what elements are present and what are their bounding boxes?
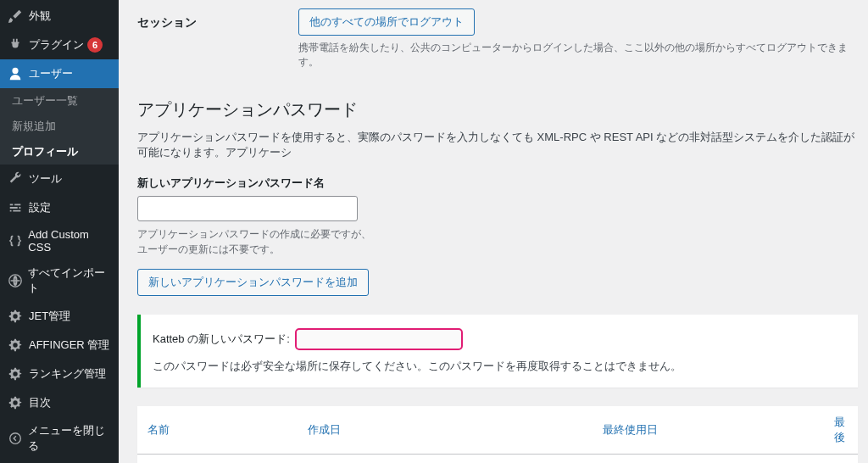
menu-users-submenu: ユーザー一覧 新規追加 プロフィール <box>0 88 119 165</box>
globe-icon <box>7 272 23 289</box>
main-content: セッション 他のすべての場所でログアウト 携帯電話を紛失したり、公共のコンピュー… <box>119 0 868 463</box>
th-last-ip[interactable]: 最後 <box>824 406 858 455</box>
cell-last-ip: — <box>824 455 858 464</box>
new-password-result: Katteb の新しいパスワード: このパスワードは必ず安全な場所に保存してくだ… <box>137 315 858 388</box>
menu-label: Add Custom CSS <box>28 228 112 254</box>
menu-collapse[interactable]: メニューを閉じる <box>0 417 119 460</box>
menu-label: 外観 <box>29 8 51 24</box>
braces-icon <box>7 232 23 249</box>
app-passwords-heading: アプリケーションパスワード <box>137 98 858 121</box>
new-password-note: このパスワードは必ず安全な場所に保存してください。このパスワードを再度取得するこ… <box>153 359 846 374</box>
gear-icon <box>7 365 24 382</box>
new-app-pw-name-label: 新しいアプリケーションパスワード名 <box>137 176 858 191</box>
menu-toc[interactable]: 目次 <box>0 388 119 417</box>
menu-label: JET管理 <box>29 309 70 324</box>
brush-icon <box>7 8 24 25</box>
gear-icon <box>7 308 24 325</box>
logout-everywhere-button[interactable]: 他のすべての場所でログアウト <box>298 8 475 36</box>
menu-label: プラグイン <box>29 37 84 53</box>
menu-label: ランキング管理 <box>29 366 106 382</box>
app-passwords-help: アプリケーションパスワードを使用すると、実際のパスワードを入力しなくても XML… <box>137 130 858 160</box>
menu-label: メニューを閉じる <box>28 423 112 454</box>
th-created[interactable]: 作成日 <box>298 406 593 455</box>
cell-name: Katteb <box>137 455 298 464</box>
gear-icon <box>7 337 24 354</box>
menu-import-all[interactable]: すべてインポート <box>0 259 119 302</box>
admin-sidebar: 外観 プラグイン 6 ユーザー ユーザー一覧 新規追加 プロフィール ツール 設… <box>0 0 119 463</box>
menu-label: 設定 <box>29 200 51 215</box>
menu-label: AFFINGER 管理 <box>29 337 109 353</box>
wrench-icon <box>7 170 24 187</box>
cell-created: 2023年10月3日 <box>298 455 593 464</box>
menu-tools[interactable]: ツール <box>0 165 119 193</box>
app-passwords-table: 名前 作成日 最終使用日 最後 Katteb 2023年10月3日 — — 名前… <box>137 406 858 463</box>
new-app-pw-hint: アプリケーションパスワードの作成に必要ですが、 ユーザーの更新には不要です。 <box>137 226 858 257</box>
th-last-used[interactable]: 最終使用日 <box>593 406 824 455</box>
menu-settings[interactable]: 設定 <box>0 193 119 222</box>
menu-label: ユーザー <box>29 66 73 81</box>
submenu-users-all[interactable]: ユーザー一覧 <box>0 88 119 114</box>
add-app-password-button[interactable]: 新しいアプリケーションパスワードを追加 <box>137 269 369 296</box>
menu-plugins[interactable]: プラグイン 6 <box>0 31 119 59</box>
session-label: セッション <box>137 8 298 31</box>
sliders-icon <box>7 199 24 216</box>
cell-last-used: — <box>593 455 824 464</box>
new-password-value-box[interactable] <box>295 328 463 350</box>
menu-label: すべてインポート <box>28 265 112 296</box>
new-app-pw-name-input[interactable] <box>137 196 358 221</box>
new-password-prefix: Katteb の新しいパスワード: <box>153 332 290 347</box>
submenu-users-add[interactable]: 新規追加 <box>0 114 119 139</box>
plug-icon <box>7 36 24 53</box>
gear-icon <box>7 394 24 411</box>
submenu-users-profile[interactable]: プロフィール <box>0 139 119 165</box>
menu-affinger[interactable]: AFFINGER 管理 <box>0 331 119 360</box>
menu-label: ツール <box>29 171 62 187</box>
svg-point-0 <box>9 433 20 444</box>
user-icon <box>7 65 24 82</box>
collapse-icon <box>7 430 23 447</box>
menu-label: 目次 <box>29 395 51 410</box>
th-name[interactable]: 名前 <box>137 406 298 455</box>
update-badge: 6 <box>87 37 103 53</box>
menu-ranking[interactable]: ランキング管理 <box>0 360 119 388</box>
session-desc: 携帯電話を紛失したり、公共のコンピューターからログインした場合、ここ以外の他の場… <box>298 41 858 70</box>
menu-add-custom-css[interactable]: Add Custom CSS <box>0 222 119 259</box>
menu-appearance[interactable]: 外観 <box>0 2 119 31</box>
menu-users[interactable]: ユーザー <box>0 59 119 88</box>
table-row: Katteb 2023年10月3日 — — <box>137 455 858 464</box>
menu-jet[interactable]: JET管理 <box>0 302 119 331</box>
